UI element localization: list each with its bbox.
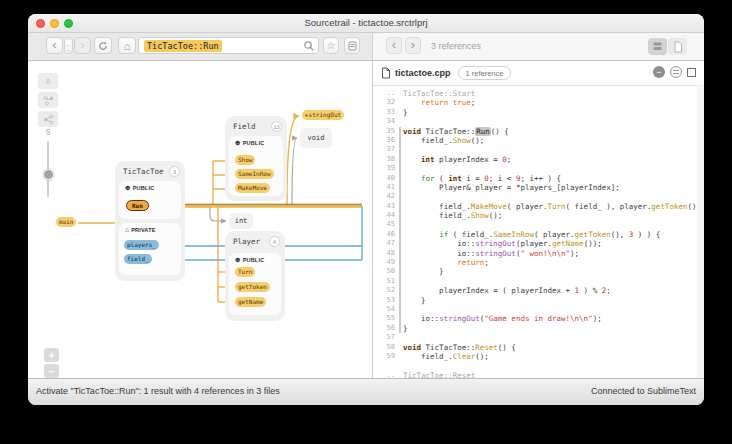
references-next-button[interactable]: › (405, 37, 421, 54)
snippet-view-button[interactable] (648, 38, 667, 55)
bookmark-list-icon (348, 41, 357, 51)
code-line: 47 io::stringOut(player.getName()); (373, 239, 696, 248)
code-line: 40 for ( int i = 0; i < 9; i++ ) { (373, 174, 696, 183)
status-connection[interactable]: Connected to SublimeText (591, 386, 696, 396)
code-scrollbar[interactable] (697, 85, 704, 379)
line-number: 48 (373, 249, 398, 258)
line-number: 43 (373, 202, 398, 211)
minimize-snippet-button[interactable]: − (653, 66, 665, 78)
graph-node-void[interactable]: void (300, 128, 332, 148)
chevron-left-icon: ‹ (52, 38, 56, 51)
code-panel[interactable]: tictactoe.cpp 1 reference − ..TicTacToe:… (372, 61, 704, 379)
back-button[interactable]: ‹ (46, 37, 63, 54)
refresh-button[interactable] (94, 37, 112, 54)
references-count: 3 references (431, 41, 481, 51)
line-number: 37 (373, 145, 398, 154)
home-icon: ⌂ (125, 227, 129, 234)
code-line: 55 io::stringOut("Game ends in draw!\n\n… (373, 314, 696, 323)
code-line: 45 (373, 220, 696, 229)
graph-node-stringOut[interactable]: ▸stringOut (302, 110, 344, 120)
line-number: 47 (373, 239, 398, 248)
globe-icon: ⊕ (125, 185, 131, 192)
toolbar: ‹ ─── › ⌂ TicTacToe::Run ☆ ‹ › 3 referen… (28, 33, 704, 61)
file-view-button[interactable] (668, 38, 687, 55)
graph-panel[interactable]: TicTacToe3⊕PUBLICRun⌂PRIVATEplayers_fiel… (28, 61, 372, 379)
maximize-snippet-button[interactable] (687, 68, 696, 77)
member-count-badge[interactable]: 3 (169, 166, 180, 177)
graph-node-players_[interactable]: players_ (124, 240, 159, 250)
code-line: ..TicTacToe::Start (373, 89, 696, 98)
class-name: Player (233, 237, 260, 246)
snippet-mode-button[interactable] (670, 66, 682, 78)
code-line: 35void TicTacToe::Run() { (373, 127, 696, 136)
status-message: Activate "TicTacToe::Run": 1 result with… (36, 386, 280, 396)
line-number: 38 (373, 155, 398, 164)
graph-class-Player[interactable]: Player4⊕PUBLICTurngetTokengetName (225, 231, 285, 321)
screen: Sourcetrail - tictactoe.srctrlprj ‹ ─── … (0, 0, 732, 444)
graph-node-MakeMove[interactable]: MakeMove (235, 183, 270, 193)
graph-node-SameInRow[interactable]: SameInRow (235, 169, 274, 179)
graph-node-field_[interactable]: field_ (124, 254, 152, 264)
access-label: PUBLIC (133, 185, 155, 191)
zoom-out-button[interactable]: − (44, 364, 59, 378)
code-line (373, 361, 696, 370)
line-number: 39 (373, 164, 398, 173)
code-line: 43 field_.MakeMove( player.Turn( field_ … (373, 202, 696, 211)
graph-class-TicTacToe[interactable]: TicTacToe3⊕PUBLICRun⌂PRIVATEplayers_fiel… (115, 161, 185, 281)
custom-trail-button[interactable] (38, 92, 58, 108)
bookmark-button[interactable]: ☆ (323, 37, 339, 54)
home-button[interactable]: ⌂ (118, 37, 136, 54)
history-dropdown-button[interactable]: ─── (64, 37, 73, 54)
globe-icon: ⊕ (235, 140, 241, 147)
code-line: 37 (373, 145, 696, 154)
line-number: 56 (373, 324, 398, 333)
line-number: 58 (373, 343, 398, 352)
code-line: 39 (373, 164, 696, 173)
line-number: 51 (373, 277, 398, 286)
line-number: 32 (373, 98, 398, 107)
code-line: 42 (373, 192, 696, 201)
line-number: 59 (373, 352, 398, 361)
line-number: 34 (373, 117, 398, 126)
chevron-right-icon: › (80, 38, 84, 51)
file-icon (673, 41, 683, 53)
member-count-badge[interactable]: 4 (269, 236, 280, 247)
references-prev-button[interactable]: ‹ (386, 37, 402, 54)
code-filename: tictactoe.cpp (395, 68, 451, 78)
graph-node-Turn[interactable]: Turn (235, 267, 255, 277)
collapse-graph-button[interactable]: ∧ (38, 73, 58, 89)
graph-node-int[interactable]: int (229, 213, 253, 229)
graph-node-Show[interactable]: Show (235, 155, 255, 165)
code-header: tictactoe.cpp 1 reference − (373, 61, 704, 86)
forward-button[interactable]: › (74, 37, 91, 54)
search-input[interactable]: TicTacToe::Run (138, 37, 319, 54)
search-icon[interactable] (303, 40, 315, 52)
member-count-badge[interactable]: 13 (271, 121, 282, 132)
chevron-left-icon: ‹ (392, 38, 396, 51)
search-value: TicTacToe::Run (144, 40, 222, 52)
code-line: 49 return; (373, 258, 696, 267)
titlebar: Sourcetrail - tictactoe.srctrlprj (28, 14, 704, 33)
graph-class-Field[interactable]: Field13⊕PUBLICShowSameInRowMakeMove (225, 116, 287, 201)
graph-depth-slider-handle[interactable] (43, 169, 54, 180)
zoom-in-button[interactable]: + (44, 348, 59, 362)
code-line: 34 (373, 117, 696, 126)
line-number: 53 (373, 296, 398, 305)
code-line: 54 (373, 305, 696, 314)
code-line: 58void TicTacToe::Reset() { (373, 343, 696, 352)
code-line: 51 (373, 277, 696, 286)
graph-node-Run[interactable]: Run (126, 200, 149, 211)
graph-layout-button[interactable] (38, 111, 58, 127)
file-icon (381, 67, 391, 79)
refresh-icon (98, 41, 108, 51)
code-line: 59 field_.Clear(); (373, 352, 696, 361)
star-icon: ☆ (327, 40, 336, 51)
graph-node-main[interactable]: main (56, 217, 76, 227)
bookmark-list-button[interactable] (344, 37, 360, 54)
graph-node-getName[interactable]: getName (235, 297, 266, 307)
code-line: 36 field_.Show(); (373, 136, 696, 145)
line-number: 41 (373, 183, 398, 192)
code-lines[interactable]: ..TicTacToe::Start32 return true;33}3435… (373, 89, 696, 379)
graph-node-getToken[interactable]: getToken (235, 282, 270, 292)
line-number: 50 (373, 267, 398, 276)
